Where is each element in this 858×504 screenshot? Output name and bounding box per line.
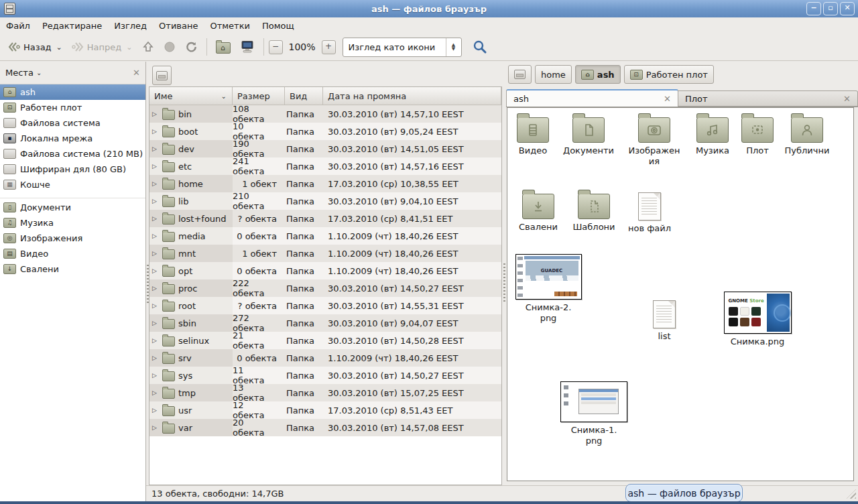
sidebar-item[interactable]: ▦ Кошче bbox=[0, 177, 145, 192]
table-row[interactable]: bin 108 обекта Папка 30.03.2010 (вт) 14,… bbox=[149, 105, 501, 123]
reload-button[interactable] bbox=[181, 38, 202, 56]
resize-grip[interactable] bbox=[847, 489, 856, 499]
icon-item-snimka[interactable]: GNOME Store Снимка.png bbox=[722, 292, 793, 347]
expander-icon[interactable] bbox=[152, 250, 159, 257]
table-row[interactable]: lib 210 обекта Папка 30.03.2010 (вт) 9,0… bbox=[149, 192, 501, 210]
home-button[interactable]: ⌂ bbox=[212, 38, 235, 57]
icon-item-templates[interactable]: Шаблони bbox=[566, 194, 622, 233]
sidebar-item[interactable]: ◎ Изображения bbox=[0, 231, 145, 246]
menu-item[interactable]: Изглед bbox=[108, 19, 153, 33]
breadcrumb-home-button[interactable]: home bbox=[535, 65, 572, 84]
expander-icon[interactable] bbox=[152, 180, 159, 187]
up-button[interactable] bbox=[138, 38, 158, 56]
table-row[interactable]: etc 241 обекта Папка 30.03.2010 (вт) 14,… bbox=[149, 158, 501, 175]
table-row[interactable]: root ? обекта Папка 30.03.2010 (вт) 14,5… bbox=[149, 297, 501, 314]
expander-icon[interactable] bbox=[152, 285, 159, 292]
expander-icon[interactable] bbox=[152, 267, 159, 274]
breadcrumb-desktop-button[interactable]: ⊡ Работен плот bbox=[624, 65, 714, 84]
breadcrumb-root-button[interactable] bbox=[508, 65, 532, 84]
expander-icon[interactable] bbox=[152, 233, 159, 239]
sidebar-item[interactable]: ♫ Музика bbox=[0, 215, 145, 231]
icon-item-documents[interactable]: Документи bbox=[560, 117, 617, 156]
sidebar-item[interactable] bbox=[0, 192, 145, 198]
expander-icon[interactable] bbox=[152, 111, 159, 117]
sidebar-close-icon[interactable]: ✕ bbox=[133, 68, 140, 78]
menu-item[interactable]: Помощ bbox=[256, 19, 300, 33]
expander-icon[interactable] bbox=[152, 302, 159, 309]
icon-item-video[interactable]: Видео bbox=[505, 117, 561, 156]
tab-ash[interactable]: ash ✕ bbox=[506, 89, 678, 107]
table-row[interactable]: boot 10 обекта Папка 30.03.2010 (вт) 9,0… bbox=[149, 123, 501, 140]
stop-button[interactable] bbox=[160, 38, 180, 56]
table-row[interactable]: tmp 13 обекта Папка 30.03.2010 (вт) 15,0… bbox=[149, 384, 501, 401]
sidebar-item[interactable]: Шифриран дял (80 GB) bbox=[0, 162, 145, 177]
table-row[interactable]: sys 11 обекта Папка 30.03.2010 (вт) 14,5… bbox=[149, 367, 501, 384]
expander-icon[interactable] bbox=[152, 337, 159, 344]
expander-icon[interactable] bbox=[152, 372, 159, 379]
maximize-button[interactable]: ▫ bbox=[823, 2, 838, 15]
icon-item-snimka2[interactable]: GUADEC Снимка-2. png bbox=[513, 254, 584, 324]
table-row[interactable]: lost+found ? обекта Папка 17.03.2010 (ср… bbox=[149, 210, 501, 227]
menu-item[interactable]: Файл bbox=[0, 19, 36, 33]
expander-icon[interactable] bbox=[152, 145, 159, 152]
table-row[interactable]: dev 190 обекта Папка 30.03.2010 (вт) 14,… bbox=[149, 140, 501, 158]
forward-button[interactable]: Напред ⌄ bbox=[68, 38, 137, 56]
tab-close-icon[interactable]: ✕ bbox=[837, 94, 851, 104]
minimize-button[interactable]: − bbox=[806, 2, 821, 15]
back-button[interactable]: Назад ⌄ bbox=[4, 38, 66, 56]
sidebar-item[interactable]: Файлова система (210 MB) bbox=[0, 146, 145, 162]
icon-item-images[interactable]: Изображен ия bbox=[626, 117, 682, 167]
menu-item[interactable]: Отметки bbox=[204, 19, 255, 33]
table-row[interactable]: mnt 1 обект Папка 1.10.2009 (чт) 18,40,2… bbox=[149, 245, 501, 262]
icon-item-new-file[interactable]: нов файл bbox=[621, 192, 678, 234]
expander-icon[interactable] bbox=[152, 215, 159, 222]
sidebar-item[interactable]: ⊡ Работен плот bbox=[0, 100, 145, 115]
icon-item-downloads[interactable]: Свалени bbox=[510, 194, 566, 233]
computer-button[interactable] bbox=[236, 37, 259, 57]
column-header-type[interactable]: Вид bbox=[285, 87, 323, 105]
sidebar-item[interactable]: Файлова система bbox=[0, 115, 145, 131]
column-header-name[interactable]: Име ⌄ bbox=[149, 87, 233, 105]
sidebar-item[interactable]: ⌂ ash bbox=[0, 84, 145, 100]
close-button[interactable]: ✕ bbox=[840, 2, 855, 15]
view-mode-select[interactable]: Изглед като икони ▲▼ bbox=[343, 38, 462, 57]
icon-item-list[interactable]: list bbox=[636, 300, 692, 342]
icon-item-desktop[interactable]: Плот bbox=[729, 117, 786, 156]
sidebar-dropdown-chevron-icon[interactable]: ⌄ bbox=[36, 69, 42, 76]
zoom-in-button[interactable]: + bbox=[322, 40, 336, 54]
table-row[interactable]: usr 12 обекта Папка 17.03.2010 (ср) 8,51… bbox=[149, 401, 501, 419]
menu-item[interactable]: Редактиране bbox=[36, 19, 108, 33]
taskbar-window-chip[interactable]: ash — файлов браузър bbox=[625, 484, 743, 502]
pane-splitter[interactable] bbox=[503, 263, 505, 302]
table-row[interactable]: proc 222 обекта Папка 30.03.2010 (вт) 14… bbox=[149, 279, 501, 297]
table-row[interactable]: sbin 272 обекта Папка 30.03.2010 (вт) 9,… bbox=[149, 314, 501, 332]
sidebar-item[interactable]: ▪ Локална мрежа bbox=[0, 131, 145, 146]
breadcrumb-ash-button[interactable]: ⌂ ash bbox=[575, 65, 621, 84]
expander-icon[interactable] bbox=[152, 389, 159, 396]
expander-icon[interactable] bbox=[152, 128, 159, 135]
search-button[interactable] bbox=[469, 36, 491, 58]
sidebar-title[interactable]: Места bbox=[5, 68, 34, 78]
root-location-button[interactable] bbox=[152, 66, 172, 85]
column-header-size[interactable]: Размер bbox=[233, 87, 285, 105]
expander-icon[interactable] bbox=[152, 424, 159, 431]
expander-icon[interactable] bbox=[152, 355, 159, 361]
sidebar-item[interactable]: ↓ Свалени bbox=[0, 261, 145, 277]
table-row[interactable]: selinux 21 обекта Папка 30.03.2010 (вт) … bbox=[149, 332, 501, 349]
expander-icon[interactable] bbox=[152, 320, 159, 326]
expander-icon[interactable] bbox=[152, 198, 159, 204]
column-header-date[interactable]: Дата на промяна bbox=[323, 87, 501, 105]
table-row[interactable]: var 20 обекта Папка 30.03.2010 (вт) 14,5… bbox=[149, 419, 501, 436]
back-menu-chevron-icon[interactable]: ⌄ bbox=[56, 43, 62, 52]
expander-icon[interactable] bbox=[152, 163, 159, 170]
table-row[interactable]: media 0 обекта Папка 1.10.2009 (чт) 18,4… bbox=[149, 227, 501, 245]
icon-item-snimka1[interactable]: Снимка-1. png bbox=[558, 381, 629, 446]
titlebar[interactable]: ash — файлов браузър − ▫ ✕ bbox=[0, 0, 858, 18]
table-row[interactable]: home 1 обект Папка 17.03.2010 (ср) 10,38… bbox=[149, 175, 501, 192]
zoom-out-button[interactable]: − bbox=[269, 40, 283, 54]
icon-item-public[interactable]: Публични bbox=[779, 117, 835, 156]
sidebar-item[interactable]: ▯ Документи bbox=[0, 200, 145, 215]
table-row[interactable]: srv 0 обекта Папка 1.10.2009 (чт) 18,40,… bbox=[149, 349, 501, 367]
tab-desktop[interactable]: Плот ✕ bbox=[678, 90, 858, 107]
menu-item[interactable]: Отиване bbox=[153, 19, 204, 33]
